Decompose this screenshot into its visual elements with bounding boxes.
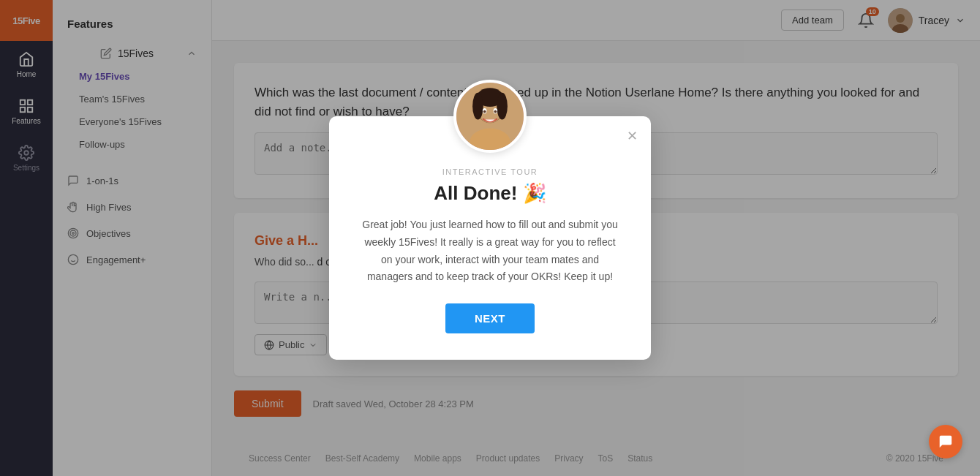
svg-point-20 [472, 93, 483, 120]
svg-point-24 [483, 110, 486, 113]
modal-label: INTERACTIVE TOUR [442, 167, 538, 176]
svg-point-25 [494, 110, 497, 113]
modal-overlay: ✕ INTERACTIVE TOUR All Done! 🎉 Great job… [0, 0, 980, 476]
svg-point-21 [497, 93, 508, 120]
chat-bubble-button[interactable] [929, 425, 962, 458]
modal-next-button[interactable]: NEXT [445, 303, 535, 333]
chat-bubble-icon [938, 434, 954, 450]
modal-avatar [453, 80, 527, 153]
modal: ✕ INTERACTIVE TOUR All Done! 🎉 Great job… [329, 116, 651, 360]
modal-close-button[interactable]: ✕ [627, 128, 638, 144]
modal-body: Great job! You just learned how to fill … [358, 216, 622, 286]
close-icon: ✕ [627, 129, 638, 143]
avatar-image [456, 80, 524, 153]
modal-title: All Done! 🎉 [434, 182, 546, 205]
